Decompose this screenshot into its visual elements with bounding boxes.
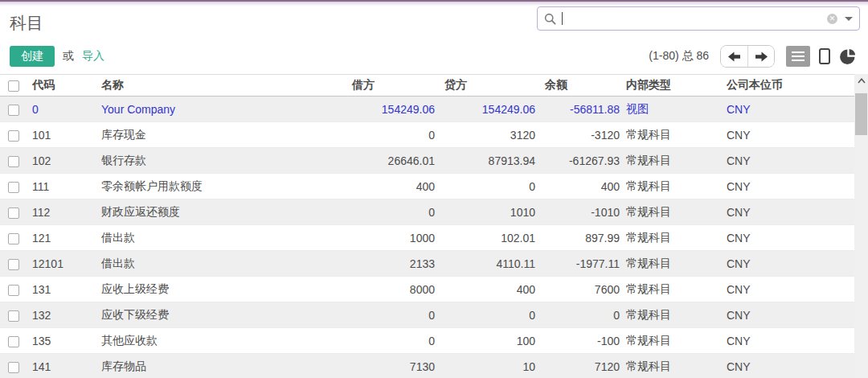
cell-credit: 0 <box>438 174 538 199</box>
cell-debit: 7130 <box>346 354 438 378</box>
row-checkbox[interactable] <box>8 105 19 116</box>
column-header-code[interactable]: 代码 <box>29 75 98 97</box>
cell-balance: -61267.93 <box>538 148 623 174</box>
row-checkbox[interactable] <box>8 207 19 219</box>
cell-credit: 3120 <box>438 122 538 148</box>
pager-previous-button[interactable] <box>721 46 747 67</box>
cell-credit: 1010 <box>438 199 538 225</box>
cell-type: 常规科目 <box>623 225 723 251</box>
row-checkbox[interactable] <box>8 156 19 167</box>
cell-select <box>0 354 29 378</box>
table-row[interactable]: 132应收下级经费000常规科目CNY <box>0 302 854 328</box>
search-input[interactable]: ✕ <box>537 6 860 31</box>
cell-credit: 0 <box>438 302 538 328</box>
cell-code: 102 <box>29 148 98 174</box>
column-header-credit[interactable]: 贷方 <box>438 75 538 97</box>
cell-code: 112 <box>29 199 98 225</box>
vertical-scrollbar[interactable] <box>854 74 868 378</box>
table-row[interactable]: 101库存现金03120-3120常规科目CNY <box>0 122 854 148</box>
cell-type: 常规科目 <box>623 354 723 378</box>
list-view-button[interactable] <box>786 46 810 67</box>
row-checkbox[interactable] <box>8 233 19 244</box>
cell-name: 银行存款 <box>98 148 346 174</box>
table-row[interactable]: 131应收上级经费80004007600常规科目CNY <box>0 277 854 302</box>
row-checkbox[interactable] <box>8 285 19 296</box>
graph-view-button[interactable] <box>837 46 858 67</box>
search-filter-caret-icon[interactable] <box>845 17 853 21</box>
clear-search-icon[interactable]: ✕ <box>827 14 837 24</box>
cell-currency: CNY <box>723 199 854 225</box>
table-row[interactable]: 121借出款1000102.01897.99常规科目CNY <box>0 225 854 251</box>
pager <box>720 45 775 68</box>
cell-code: 132 <box>29 302 98 328</box>
cell-type: 常规科目 <box>623 174 723 199</box>
cell-select <box>0 251 29 277</box>
cell-balance: 7120 <box>538 354 623 378</box>
table-row[interactable]: 12101借出款21334110.11-1977.11常规科目CNY <box>0 251 854 277</box>
control-row: 创建 或 导入 (1-80) 总 86 <box>10 46 858 67</box>
or-label: 或 <box>63 49 74 64</box>
cell-currency: CNY <box>723 302 854 328</box>
row-checkbox[interactable] <box>8 362 19 373</box>
table-row[interactable]: 112财政应返还额度01010-1010常规科目CNY <box>0 199 854 225</box>
cell-name: 库存现金 <box>98 122 346 148</box>
column-header-currency[interactable]: 公司本位币 <box>723 75 854 97</box>
column-header-balance[interactable]: 余额 <box>538 75 623 97</box>
kanban-view-button[interactable] <box>814 46 835 67</box>
create-button[interactable]: 创建 <box>10 46 55 67</box>
table-row[interactable]: 111零余额帐户用款额度4000400常规科目CNY <box>0 174 854 199</box>
cell-currency: CNY <box>723 122 854 148</box>
cell-name: 其他应收款 <box>98 328 346 354</box>
kanban-view-icon <box>819 48 830 64</box>
cell-currency: CNY <box>723 251 854 277</box>
table-row[interactable]: 141库存物品7130107120常规科目CNY <box>0 354 854 378</box>
cell-type: 常规科目 <box>623 122 723 148</box>
row-checkbox[interactable] <box>8 259 19 270</box>
row-checkbox[interactable] <box>8 182 19 193</box>
cell-select <box>0 328 29 354</box>
cell-balance: -1977.11 <box>538 251 623 277</box>
cell-code: 141 <box>29 354 98 378</box>
cell-currency: CNY <box>723 277 854 302</box>
cell-credit: 4110.11 <box>438 251 538 277</box>
select-all-checkbox[interactable] <box>8 80 19 92</box>
scrollbar-thumb[interactable] <box>855 93 867 135</box>
table-header-row: 代码名称借方贷方余额内部类型公司本位币 <box>0 75 854 97</box>
cell-debit: 0 <box>346 302 438 328</box>
row-checkbox[interactable] <box>8 336 19 347</box>
cell-credit: 100 <box>438 328 538 354</box>
cell-balance: -100 <box>538 328 623 354</box>
cell-code: 101 <box>29 122 98 148</box>
row-checkbox[interactable] <box>8 130 19 142</box>
chevron-up-icon <box>858 78 866 84</box>
row-checkbox[interactable] <box>8 310 19 322</box>
cell-type: 常规科目 <box>623 302 723 328</box>
cell-balance: 400 <box>538 174 623 199</box>
control-panel: 科目 ✕ 创建 或 导入 (1-80) 总 86 <box>0 6 868 67</box>
cell-balance: -3120 <box>538 122 623 148</box>
scroll-up-button[interactable] <box>854 74 868 88</box>
cell-balance: 0 <box>538 302 623 328</box>
cell-currency: CNY <box>723 328 854 354</box>
accounts-table: 代码名称借方贷方余额内部类型公司本位币 0Your Company154249.… <box>0 74 854 378</box>
cell-debit: 2133 <box>346 251 438 277</box>
cell-select <box>0 199 29 225</box>
cell-name: Your Company <box>98 97 346 122</box>
table-row[interactable]: 135其他应收款0100-100常规科目CNY <box>0 328 854 354</box>
cell-currency: CNY <box>723 225 854 251</box>
cell-credit: 154249.06 <box>438 97 538 122</box>
cell-select <box>0 225 29 251</box>
cell-select <box>0 174 29 199</box>
cell-credit: 10 <box>438 354 538 378</box>
cell-currency: CNY <box>723 97 854 122</box>
cell-name: 零余额帐户用款额度 <box>98 174 346 199</box>
import-link[interactable]: 导入 <box>82 49 104 64</box>
table-row[interactable]: 0Your Company154249.06154249.06-56811.88… <box>0 97 854 122</box>
cell-currency: CNY <box>723 174 854 199</box>
column-header-type[interactable]: 内部类型 <box>623 75 723 97</box>
pager-next-button[interactable] <box>747 46 774 67</box>
column-header-debit[interactable]: 借方 <box>346 75 438 97</box>
column-header-name[interactable]: 名称 <box>98 75 346 97</box>
cell-select <box>0 277 29 302</box>
table-row[interactable]: 102银行存款26646.0187913.94-61267.93常规科目CNY <box>0 148 854 174</box>
